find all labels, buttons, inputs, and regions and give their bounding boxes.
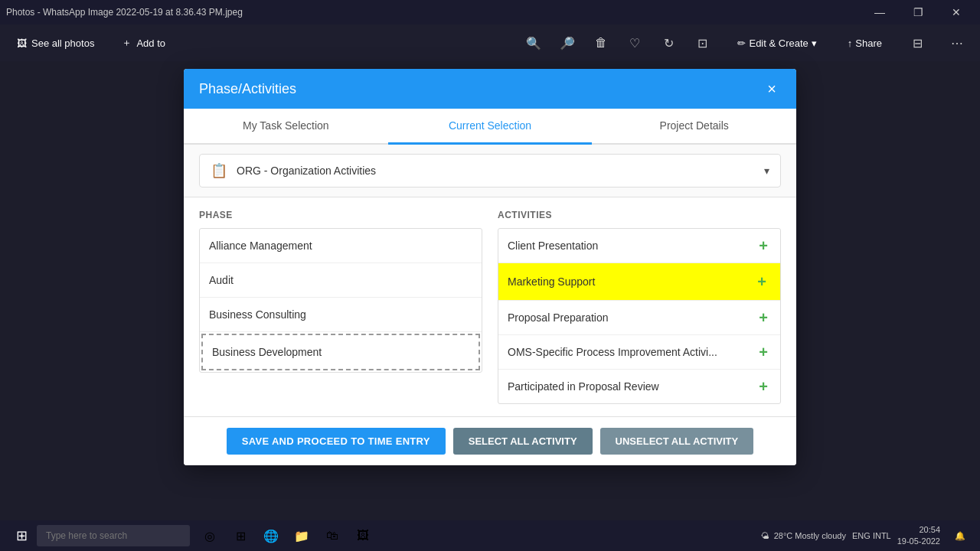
tab-project-details[interactable]: Project Details — [592, 109, 796, 145]
activity-item-participated[interactable]: Participated in Proposal Review + — [498, 370, 780, 403]
edit-icon: ✏ — [737, 37, 746, 49]
save-and-proceed-button[interactable]: SAVE AND PROCEED TO TIME ENTRY — [227, 428, 446, 455]
taskbar-tray: 🌤 28°C Mostly cloudy — [761, 531, 846, 540]
print-button[interactable]: ⊟ — [903, 29, 931, 57]
taskbar-clock[interactable]: 20:54 19-05-2022 — [897, 524, 940, 548]
edit-chevron-icon: ▾ — [812, 37, 817, 49]
taskbar-search-input[interactable] — [37, 525, 190, 546]
phase-column: PHASE Alliance Management Audit Business… — [199, 210, 482, 404]
crop-button[interactable]: ⊡ — [688, 29, 716, 57]
windows-taskbar: ⊞ ◎ ⊞ 🌐 📁 🛍 🖼 🌤 28°C Mostly cloudy ENG I… — [0, 520, 980, 551]
activity-marketing-label: Marketing Support — [508, 276, 753, 288]
time-display: 20:54 — [897, 524, 940, 536]
toolbar-icons: 🔍 🔎 🗑 ♡ ↻ ⊡ — [520, 29, 716, 57]
taskbar-store-icon[interactable]: 🛍 — [318, 523, 346, 548]
phase-item-alliance-label: Alliance Management — [209, 240, 312, 252]
activity-proposal-label: Proposal Preparation — [508, 311, 756, 324]
activity-client-label: Client Presentation — [508, 240, 756, 252]
more-options-button[interactable]: ⋯ — [943, 29, 971, 57]
delete-button[interactable]: 🗑 — [587, 29, 615, 57]
tab-current-label: Current Selection — [449, 119, 531, 132]
notification-button[interactable]: 🔔 — [946, 523, 974, 548]
taskbar-taskview-icon[interactable]: ⊞ — [227, 523, 254, 548]
phase-activities-section: PHASE Alliance Management Audit Business… — [184, 197, 796, 416]
phase-item-business-dev-label: Business Development — [212, 346, 322, 358]
activity-proposal-add-button[interactable]: + — [756, 310, 771, 325]
tab-my-task-label: My Task Selection — [243, 119, 329, 132]
activity-oms-label: OMS-Specific Process Improvement Activi.… — [508, 346, 756, 358]
taskbar-photos-icon[interactable]: 🖼 — [349, 523, 377, 548]
dialog-tabs: My Task Selection Current Selection Proj… — [184, 109, 796, 145]
window-title: Photos - WhatsApp Image 2022-05-19 at 8.… — [6, 7, 862, 18]
select-all-activity-button[interactable]: SELECT ALL ACTIVITY — [453, 428, 593, 455]
activity-item-proposal-prep[interactable]: Proposal Preparation + — [498, 301, 780, 335]
activity-item-client-presentation[interactable]: Client Presentation + — [498, 229, 780, 263]
chevron-down-icon: ▾ — [764, 165, 769, 177]
taskbar-app-icons: ◎ ⊞ 🌐 📁 🛍 🖼 — [196, 523, 377, 548]
see-all-photos-button[interactable]: 🖼 See all photos — [9, 33, 102, 54]
favorite-button[interactable]: ♡ — [621, 29, 648, 57]
dialog-footer: SAVE AND PROCEED TO TIME ENTRY SELECT AL… — [184, 416, 796, 465]
org-icon: 📋 — [211, 162, 227, 179]
org-dropdown[interactable]: 📋 ORG - Organization Activities ▾ — [199, 154, 781, 187]
rotate-button[interactable]: ↻ — [655, 29, 682, 57]
share-icon: ↑ — [848, 37, 853, 49]
minimize-button[interactable]: — — [862, 0, 897, 24]
activity-oms-add-button[interactable]: + — [756, 344, 771, 360]
activity-participated-label: Participated in Proposal Review — [508, 380, 756, 393]
tab-current-selection[interactable]: Current Selection — [388, 109, 593, 145]
see-all-photos-label: See all photos — [31, 37, 94, 49]
activity-item-oms[interactable]: OMS-Specific Process Improvement Activi.… — [498, 335, 780, 370]
add-icon: ＋ — [122, 36, 132, 50]
org-dropdown-label: ORG - Organization Activities — [237, 165, 755, 177]
dialog-close-button[interactable]: × — [763, 80, 781, 98]
activity-item-marketing-support[interactable]: Marketing Support + — [498, 263, 780, 301]
phase-item-alliance[interactable]: Alliance Management — [200, 229, 482, 263]
taskbar-file-icon[interactable]: 📁 — [288, 523, 315, 548]
tab-my-task-selection[interactable]: My Task Selection — [184, 109, 388, 145]
activity-client-add-button[interactable]: + — [756, 238, 771, 253]
dialog-header: Phase/Activities × — [184, 69, 796, 109]
zoom-in-button[interactable]: 🔍 — [520, 29, 547, 57]
phase-item-business-development[interactable]: Business Development — [201, 334, 480, 370]
phase-item-audit[interactable]: Audit — [200, 263, 482, 298]
close-button[interactable]: ✕ — [939, 0, 974, 24]
edit-create-label: Edit & Create — [749, 37, 808, 49]
date-display: 19-05-2022 — [897, 536, 940, 547]
phase-item-business-consulting-label: Business Consulting — [209, 308, 306, 321]
phase-header: PHASE — [199, 210, 482, 220]
phase-item-audit-label: Audit — [209, 274, 234, 286]
activity-list: Client Presentation + Marketing Support … — [498, 228, 781, 404]
phase-list: Alliance Management Audit Business Consu… — [199, 228, 482, 373]
main-content: Phase/Activities × My Task Selection Cur… — [0, 61, 980, 520]
maximize-button[interactable]: ❐ — [900, 0, 936, 24]
share-button[interactable]: ↑ Share — [838, 33, 891, 54]
activities-column: ACTIVITIES Client Presentation + Marketi… — [498, 210, 781, 404]
taskbar-right: 🌤 28°C Mostly cloudy ENG INTL 20:54 19-0… — [761, 523, 974, 548]
add-to-label: Add to — [136, 37, 165, 49]
edit-create-button[interactable]: ✏ Edit & Create ▾ — [728, 33, 825, 54]
activities-header: ACTIVITIES — [498, 210, 781, 220]
share-label: Share — [855, 37, 882, 49]
tab-project-label: Project Details — [660, 119, 729, 132]
unselect-all-activity-button[interactable]: UNSELECT ALL ACTIVITY — [600, 428, 754, 455]
add-to-button[interactable]: ＋ Add to — [114, 31, 173, 54]
photos-icon: 🖼 — [17, 37, 27, 49]
dialog-overlay: Phase/Activities × My Task Selection Cur… — [0, 61, 980, 520]
weather-icon: 🌤 — [761, 531, 769, 540]
taskbar-chrome-icon[interactable]: 🌐 — [257, 523, 285, 548]
weather-label: 28°C Mostly cloudy — [774, 531, 846, 540]
activity-participated-add-button[interactable]: + — [756, 379, 771, 394]
taskbar-cortana-icon[interactable]: ◎ — [196, 523, 224, 548]
window-titlebar: Photos - WhatsApp Image 2022-05-19 at 8.… — [0, 0, 980, 24]
dropdown-section: 📋 ORG - Organization Activities ▾ — [184, 145, 796, 197]
phase-activities-dialog: Phase/Activities × My Task Selection Cur… — [184, 69, 796, 465]
start-button[interactable]: ⊞ — [6, 523, 37, 548]
photos-toolbar: 🖼 See all photos ＋ Add to 🔍 🔎 🗑 ♡ ↻ ⊡ ✏ … — [0, 24, 980, 61]
language-label: ENG INTL — [852, 531, 891, 540]
zoom-out-button[interactable]: 🔎 — [554, 29, 581, 57]
window-controls: — ❐ ✕ — [862, 0, 974, 24]
dialog-title: Phase/Activities — [199, 81, 296, 97]
phase-item-business-consulting[interactable]: Business Consulting — [200, 298, 482, 332]
activity-marketing-add-button[interactable]: + — [753, 272, 771, 291]
